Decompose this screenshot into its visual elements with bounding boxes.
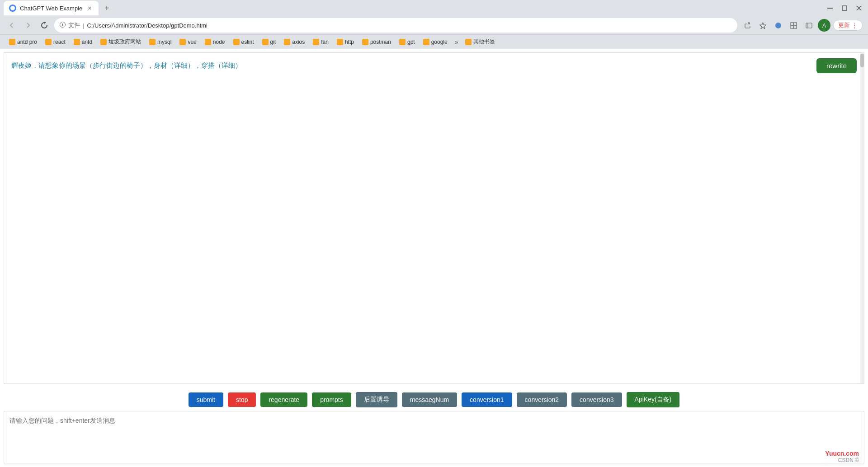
update-label: 更新 — [838, 21, 850, 29]
bookmark-git[interactable]: git — [259, 38, 280, 46]
folder-icon — [179, 39, 186, 45]
folder-icon — [9, 39, 15, 45]
refresh-button[interactable] — [38, 19, 51, 32]
svg-marker-7 — [760, 23, 766, 29]
apikey-button[interactable]: ApiKey(自备) — [627, 392, 680, 407]
bookmark-label: fan — [321, 39, 329, 45]
input-area — [4, 411, 864, 463]
bookmark-label: gpt — [407, 39, 415, 45]
bookmark-google[interactable]: google — [420, 38, 451, 46]
bookmark-axios[interactable]: axios — [280, 38, 308, 46]
svg-rect-8 — [791, 23, 793, 25]
scrollbar-track — [860, 53, 864, 383]
footer-csdn: CSDN © — [838, 457, 859, 463]
bookmarks-more[interactable]: » — [452, 37, 461, 47]
close-button[interactable] — [854, 3, 864, 14]
folder-icon — [284, 39, 290, 45]
bookmarks-bar: antd pro react antd 垃圾政府网站 mysql vue nod… — [0, 34, 868, 49]
msgnum-button[interactable]: messaegNum — [402, 392, 457, 407]
footer-yuucn: Yuucn.com — [825, 450, 859, 457]
svg-rect-12 — [806, 23, 812, 28]
chat-message-text: 辉夜姬，请想象你的场景（步行街边的椅子），身材（详细），穿搭（详细） — [11, 61, 242, 69]
svg-rect-1 — [827, 8, 833, 9]
bookmark-antd[interactable]: antd — [70, 38, 96, 46]
submit-button[interactable]: submit — [189, 392, 223, 407]
folder-icon — [337, 39, 343, 45]
svg-rect-9 — [794, 23, 797, 25]
vivaldi-icon[interactable] — [772, 19, 784, 32]
bookmark-react[interactable]: react — [42, 38, 69, 46]
back-button[interactable] — [5, 19, 18, 32]
reset-button[interactable]: 后置诱导 — [356, 392, 397, 407]
profile-icon[interactable]: A — [818, 19, 830, 32]
url-file-label: 文件 — [68, 21, 80, 29]
stop-button[interactable]: stop — [228, 392, 256, 407]
folder-icon — [399, 39, 406, 45]
folder-icon — [313, 39, 319, 45]
extensions-icon[interactable] — [787, 19, 800, 32]
bookmark-star-icon[interactable] — [756, 19, 769, 32]
security-icon: ℹ — [60, 22, 66, 29]
bookmark-other[interactable]: 其他书签 — [462, 37, 499, 47]
bookmark-other-label: 其他书签 — [473, 38, 495, 46]
bookmark-label: antd — [82, 39, 92, 45]
bookmark-node[interactable]: node — [201, 38, 229, 46]
bookmark-label: 垃圾政府网站 — [108, 38, 141, 46]
update-button[interactable]: 更新 ⋮ — [833, 20, 863, 31]
chat-input[interactable] — [4, 411, 864, 461]
folder-icon — [423, 39, 429, 45]
bookmark-label: vue — [188, 39, 196, 45]
browser-chrome: ChatGPT Web Example × + — [0, 0, 868, 49]
folder-icon — [45, 39, 52, 45]
svg-rect-10 — [791, 26, 793, 28]
minimize-button[interactable] — [825, 3, 835, 14]
sidebar-toggle-icon[interactable] — [802, 19, 815, 32]
restore-button[interactable] — [839, 3, 850, 14]
rewrite-button[interactable]: rewrite — [816, 58, 857, 73]
bookmark-vue[interactable]: vue — [176, 38, 200, 46]
bookmark-label: postman — [370, 39, 391, 45]
tab-close-button[interactable]: × — [86, 5, 93, 12]
bookmark-label: react — [53, 39, 66, 45]
share-icon[interactable] — [741, 19, 754, 32]
svg-rect-11 — [794, 26, 797, 28]
bookmark-mysql[interactable]: mysql — [146, 38, 175, 46]
conversion2-button[interactable]: conversion2 — [517, 392, 567, 407]
title-bar-left: ChatGPT Web Example × + — [4, 1, 113, 15]
bookmark-label: mysql — [157, 39, 171, 45]
bookmark-label: eslint — [241, 39, 254, 45]
bookmark-gpt[interactable]: gpt — [396, 38, 419, 46]
address-bar-right: A 更新 ⋮ — [741, 19, 863, 32]
folder-icon — [262, 39, 269, 45]
bookmark-gov[interactable]: 垃圾政府网站 — [97, 37, 145, 47]
folder-icon — [74, 39, 80, 45]
bookmark-antd-pro[interactable]: antd pro — [5, 38, 41, 46]
bookmark-label: http — [345, 39, 354, 45]
folder-icon — [465, 39, 472, 45]
bookmark-label: git — [270, 39, 276, 45]
title-bar: ChatGPT Web Example × + — [0, 0, 868, 16]
footer: Yuucn.com CSDN © — [825, 450, 859, 463]
buttons-row: submit stop regenerate prompts 后置诱导 mess… — [0, 388, 868, 411]
bookmark-postman[interactable]: postman — [359, 38, 395, 46]
scrollbar-thumb[interactable] — [860, 54, 864, 67]
new-tab-button[interactable]: + — [100, 2, 113, 14]
conversion3-button[interactable]: conversion3 — [571, 392, 622, 407]
conversion1-button[interactable]: conversion1 — [462, 392, 512, 407]
url-path: C:/Users/Administrator/Desktop/gptDemo.h… — [87, 22, 208, 29]
chat-message: 辉夜姬，请想象你的场景（步行街边的椅子），身材（详细），穿搭（详细） — [4, 53, 864, 78]
bookmark-http[interactable]: http — [333, 38, 358, 46]
title-bar-right — [825, 3, 864, 14]
bookmark-eslint[interactable]: eslint — [230, 38, 258, 46]
forward-button[interactable] — [22, 19, 34, 32]
svg-point-0 — [10, 6, 15, 10]
url-bar[interactable]: ℹ 文件 | C:/Users/Administrator/Desktop/gp… — [54, 18, 737, 33]
active-tab[interactable]: ChatGPT Web Example × — [4, 1, 99, 15]
chat-area[interactable]: 辉夜姬，请想象你的场景（步行街边的椅子），身材（详细），穿搭（详细） rewri… — [4, 52, 864, 384]
bookmark-fan[interactable]: fan — [309, 38, 332, 46]
prompts-button[interactable]: prompts — [312, 392, 351, 407]
page-content: 辉夜姬，请想象你的场景（步行街边的椅子），身材（详细），穿搭（详细） rewri… — [0, 49, 868, 467]
regenerate-button[interactable]: regenerate — [260, 392, 307, 407]
address-bar: ℹ 文件 | C:/Users/Administrator/Desktop/gp… — [0, 16, 868, 34]
folder-icon — [233, 39, 240, 45]
